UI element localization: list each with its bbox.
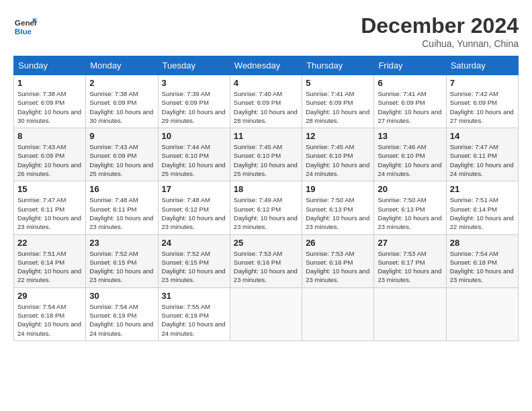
calendar-cell: 3Sunrise: 7:39 AMSunset: 6:09 PMDaylight… — [158, 75, 230, 128]
calendar-cell: 10Sunrise: 7:44 AMSunset: 6:10 PMDayligh… — [158, 128, 230, 181]
day-info: Sunrise: 7:43 AMSunset: 6:09 PMDaylight:… — [17, 142, 82, 178]
weekday-header-thursday: Thursday — [302, 56, 374, 75]
day-info: Sunrise: 7:44 AMSunset: 6:10 PMDaylight:… — [162, 142, 226, 178]
day-info: Sunrise: 7:51 AMSunset: 6:14 PMDaylight:… — [17, 249, 82, 285]
calendar-cell — [302, 287, 374, 340]
calendar-week-row: 22Sunrise: 7:51 AMSunset: 6:14 PMDayligh… — [14, 234, 519, 287]
weekday-header-monday: Monday — [86, 56, 158, 75]
day-number: 31 — [162, 291, 226, 301]
calendar-cell: 4Sunrise: 7:40 AMSunset: 6:09 PMDaylight… — [230, 75, 302, 128]
day-info: Sunrise: 7:54 AMSunset: 6:18 PMDaylight:… — [450, 249, 515, 285]
month-title: December 2024 — [361, 13, 519, 38]
day-info: Sunrise: 7:48 AMSunset: 6:12 PMDaylight:… — [162, 195, 226, 231]
svg-text:Blue: Blue — [15, 27, 32, 36]
calendar-cell: 27Sunrise: 7:53 AMSunset: 6:17 PMDayligh… — [374, 234, 446, 287]
calendar-cell: 31Sunrise: 7:55 AMSunset: 6:19 PMDayligh… — [158, 287, 230, 340]
calendar-cell: 21Sunrise: 7:51 AMSunset: 6:14 PMDayligh… — [446, 181, 518, 234]
day-info: Sunrise: 7:45 AMSunset: 6:10 PMDaylight:… — [306, 142, 370, 178]
calendar-cell — [374, 287, 446, 340]
calendar-week-row: 15Sunrise: 7:47 AMSunset: 6:11 PMDayligh… — [14, 181, 519, 234]
day-number: 18 — [234, 184, 298, 194]
day-number: 6 — [378, 78, 442, 88]
day-number: 22 — [17, 238, 82, 248]
day-info: Sunrise: 7:47 AMSunset: 6:11 PMDaylight:… — [450, 142, 515, 178]
calendar-cell: 29Sunrise: 7:54 AMSunset: 6:18 PMDayligh… — [14, 287, 86, 340]
day-info: Sunrise: 7:39 AMSunset: 6:09 PMDaylight:… — [162, 89, 226, 125]
day-info: Sunrise: 7:41 AMSunset: 6:09 PMDaylight:… — [378, 89, 442, 125]
day-number: 7 — [450, 78, 515, 88]
calendar-cell: 11Sunrise: 7:45 AMSunset: 6:10 PMDayligh… — [230, 128, 302, 181]
calendar-cell: 17Sunrise: 7:48 AMSunset: 6:12 PMDayligh… — [158, 181, 230, 234]
day-number: 17 — [162, 184, 226, 194]
day-number: 14 — [450, 131, 515, 141]
calendar-cell: 18Sunrise: 7:49 AMSunset: 6:12 PMDayligh… — [230, 181, 302, 234]
calendar-cell: 13Sunrise: 7:46 AMSunset: 6:10 PMDayligh… — [374, 128, 446, 181]
calendar-week-row: 1Sunrise: 7:38 AMSunset: 6:09 PMDaylight… — [14, 75, 519, 128]
day-number: 20 — [378, 184, 442, 194]
day-number: 23 — [89, 238, 154, 248]
day-number: 12 — [306, 131, 370, 141]
day-number: 2 — [89, 78, 154, 88]
calendar-cell: 26Sunrise: 7:53 AMSunset: 6:16 PMDayligh… — [302, 234, 374, 287]
day-number: 1 — [17, 78, 82, 88]
day-number: 30 — [89, 291, 154, 301]
day-info: Sunrise: 7:41 AMSunset: 6:09 PMDaylight:… — [306, 89, 370, 125]
weekday-header-sunday: Sunday — [14, 56, 86, 75]
calendar-cell: 5Sunrise: 7:41 AMSunset: 6:09 PMDaylight… — [302, 75, 374, 128]
day-number: 11 — [234, 131, 298, 141]
title-section: December 2024 Cuihua, Yunnan, China — [361, 13, 519, 49]
logo: General Blue — [13, 13, 38, 38]
day-info: Sunrise: 7:47 AMSunset: 6:11 PMDaylight:… — [17, 195, 82, 231]
day-number: 19 — [306, 184, 370, 194]
calendar-cell: 7Sunrise: 7:42 AMSunset: 6:09 PMDaylight… — [446, 75, 518, 128]
calendar-cell: 14Sunrise: 7:47 AMSunset: 6:11 PMDayligh… — [446, 128, 518, 181]
location-title: Cuihua, Yunnan, China — [361, 38, 519, 49]
day-info: Sunrise: 7:52 AMSunset: 6:15 PMDaylight:… — [162, 249, 226, 285]
day-number: 26 — [306, 238, 370, 248]
day-number: 25 — [234, 238, 298, 248]
day-number: 15 — [17, 184, 82, 194]
day-info: Sunrise: 7:48 AMSunset: 6:11 PMDaylight:… — [89, 195, 154, 231]
day-info: Sunrise: 7:50 AMSunset: 6:13 PMDaylight:… — [306, 195, 370, 231]
calendar-week-row: 29Sunrise: 7:54 AMSunset: 6:18 PMDayligh… — [14, 287, 519, 340]
day-number: 4 — [234, 78, 298, 88]
calendar-week-row: 8Sunrise: 7:43 AMSunset: 6:09 PMDaylight… — [14, 128, 519, 181]
calendar-table: SundayMondayTuesdayWednesdayThursdayFrid… — [13, 56, 519, 341]
day-number: 16 — [89, 184, 154, 194]
day-info: Sunrise: 7:53 AMSunset: 6:17 PMDaylight:… — [378, 249, 442, 285]
calendar-cell — [446, 287, 518, 340]
day-number: 5 — [306, 78, 370, 88]
day-number: 10 — [162, 131, 226, 141]
day-info: Sunrise: 7:45 AMSunset: 6:10 PMDaylight:… — [234, 142, 298, 178]
day-number: 28 — [450, 238, 515, 248]
day-number: 24 — [162, 238, 226, 248]
weekday-header-saturday: Saturday — [446, 56, 518, 75]
calendar-cell: 6Sunrise: 7:41 AMSunset: 6:09 PMDaylight… — [374, 75, 446, 128]
day-number: 9 — [89, 131, 154, 141]
day-info: Sunrise: 7:51 AMSunset: 6:14 PMDaylight:… — [450, 195, 515, 231]
day-number: 27 — [378, 238, 442, 248]
calendar-cell: 23Sunrise: 7:52 AMSunset: 6:15 PMDayligh… — [86, 234, 158, 287]
calendar-cell: 28Sunrise: 7:54 AMSunset: 6:18 PMDayligh… — [446, 234, 518, 287]
day-info: Sunrise: 7:46 AMSunset: 6:10 PMDaylight:… — [378, 142, 442, 178]
calendar-cell: 12Sunrise: 7:45 AMSunset: 6:10 PMDayligh… — [302, 128, 374, 181]
weekday-header-wednesday: Wednesday — [230, 56, 302, 75]
day-info: Sunrise: 7:53 AMSunset: 6:16 PMDaylight:… — [306, 249, 370, 285]
day-info: Sunrise: 7:55 AMSunset: 6:19 PMDaylight:… — [162, 302, 226, 338]
day-info: Sunrise: 7:50 AMSunset: 6:13 PMDaylight:… — [378, 195, 442, 231]
day-number: 21 — [450, 184, 515, 194]
day-info: Sunrise: 7:49 AMSunset: 6:12 PMDaylight:… — [234, 195, 298, 231]
weekday-header-row: SundayMondayTuesdayWednesdayThursdayFrid… — [14, 56, 519, 75]
calendar-cell: 15Sunrise: 7:47 AMSunset: 6:11 PMDayligh… — [14, 181, 86, 234]
calendar-cell: 9Sunrise: 7:43 AMSunset: 6:09 PMDaylight… — [86, 128, 158, 181]
day-number: 8 — [17, 131, 82, 141]
calendar-cell: 24Sunrise: 7:52 AMSunset: 6:15 PMDayligh… — [158, 234, 230, 287]
weekday-header-tuesday: Tuesday — [158, 56, 230, 75]
day-info: Sunrise: 7:38 AMSunset: 6:09 PMDaylight:… — [89, 89, 154, 125]
calendar-cell: 22Sunrise: 7:51 AMSunset: 6:14 PMDayligh… — [14, 234, 86, 287]
day-info: Sunrise: 7:38 AMSunset: 6:09 PMDaylight:… — [17, 89, 82, 125]
calendar-cell: 2Sunrise: 7:38 AMSunset: 6:09 PMDaylight… — [86, 75, 158, 128]
page-header: General Blue December 2024 Cuihua, Yunna… — [13, 13, 519, 49]
day-number: 29 — [17, 291, 82, 301]
day-info: Sunrise: 7:52 AMSunset: 6:15 PMDaylight:… — [89, 249, 154, 285]
